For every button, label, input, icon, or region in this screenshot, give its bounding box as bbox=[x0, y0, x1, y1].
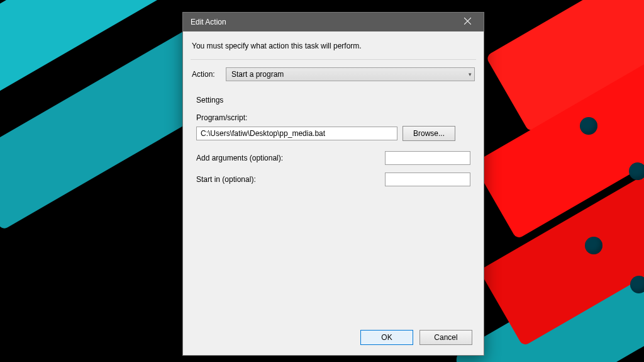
dialog-titlebar[interactable]: Edit Action bbox=[183, 13, 484, 31]
dialog-body: You must specify what action this task w… bbox=[183, 31, 484, 355]
program-script-label: Program/script: bbox=[196, 113, 470, 122]
settings-group: Settings Program/script: Browse... Add a… bbox=[192, 93, 475, 197]
instruction-text: You must specify what action this task w… bbox=[192, 42, 475, 50]
start-in-input[interactable] bbox=[385, 173, 470, 186]
desktop-background: Edit Action You must specify what action… bbox=[0, 0, 644, 362]
start-in-row: Start in (optional): bbox=[196, 173, 470, 186]
cancel-button[interactable]: Cancel bbox=[419, 330, 472, 345]
action-row: Action: Start a program ▾ bbox=[192, 67, 475, 81]
wallpaper-dot bbox=[630, 276, 644, 293]
program-row: Browse... bbox=[196, 126, 470, 141]
action-label: Action: bbox=[192, 70, 219, 79]
wallpaper-dot bbox=[580, 117, 597, 135]
close-icon bbox=[464, 18, 471, 26]
browse-button[interactable]: Browse... bbox=[402, 126, 455, 141]
edit-action-dialog: Edit Action You must specify what action… bbox=[182, 12, 484, 356]
arguments-label: Add arguments (optional): bbox=[196, 154, 283, 162]
wallpaper-dot bbox=[629, 162, 644, 180]
dialog-title: Edit Action bbox=[191, 18, 455, 26]
wallpaper-dot bbox=[585, 237, 602, 254]
chevron-down-icon: ▾ bbox=[469, 71, 472, 77]
ok-button[interactable]: OK bbox=[360, 330, 413, 345]
arguments-input[interactable] bbox=[385, 151, 470, 165]
start-in-label: Start in (optional): bbox=[196, 175, 256, 184]
arguments-row: Add arguments (optional): bbox=[196, 151, 470, 165]
dialog-button-row: OK Cancel bbox=[192, 324, 475, 348]
action-dropdown[interactable]: Start a program ▾ bbox=[226, 67, 475, 81]
program-script-input[interactable] bbox=[196, 127, 397, 140]
close-button[interactable] bbox=[455, 13, 480, 31]
action-dropdown-value: Start a program bbox=[231, 70, 284, 79]
divider bbox=[191, 59, 476, 60]
spacer bbox=[192, 197, 475, 324]
settings-label: Settings bbox=[196, 96, 470, 105]
